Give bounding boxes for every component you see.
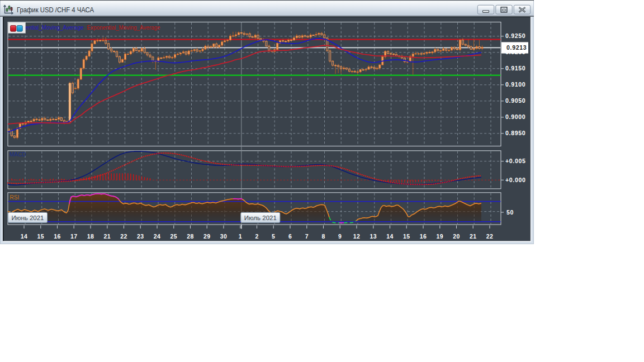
svg-text:1: 1 [239, 233, 242, 240]
svg-text:Июль 2021: Июль 2021 [244, 215, 277, 221]
svg-text:Июнь 2021: Июнь 2021 [11, 215, 44, 221]
svg-text:19: 19 [437, 233, 443, 240]
svg-text:0.9100: 0.9100 [505, 81, 525, 88]
svg-text:9: 9 [338, 233, 342, 240]
svg-text:22: 22 [486, 233, 493, 240]
svg-text:21: 21 [470, 233, 476, 240]
svg-text:14: 14 [386, 233, 393, 240]
svg-text:0.9150: 0.9150 [505, 65, 525, 72]
svg-text:16: 16 [420, 233, 427, 240]
svg-text:13: 13 [370, 233, 377, 240]
svg-text:29: 29 [203, 233, 210, 240]
svg-text:+0.000: +0.000 [505, 177, 526, 183]
svg-text:28: 28 [187, 233, 193, 240]
svg-text:17: 17 [70, 233, 77, 240]
svg-text:7: 7 [305, 233, 309, 240]
svg-text:8: 8 [321, 233, 325, 240]
svg-text:16: 16 [54, 233, 60, 240]
svg-text:График USD /CHF 4 ЧАСА: График USD /CHF 4 ЧАСА [17, 6, 94, 14]
svg-text:RSI: RSI [10, 194, 20, 201]
svg-text:15: 15 [403, 233, 410, 240]
svg-text:+0.005: +0.005 [505, 158, 526, 164]
svg-text:20: 20 [453, 233, 460, 240]
svg-text:0.9250: 0.9250 [505, 32, 525, 39]
svg-text:12: 12 [353, 233, 360, 240]
svg-text:15: 15 [37, 233, 44, 240]
svg-text:Exponential_Moving_Average: Exponential_Moving_Average [87, 25, 160, 31]
svg-text:14: 14 [21, 233, 27, 240]
svg-text:ential_Moving_Average: ential_Moving_Average [26, 25, 84, 31]
svg-text:0.9213: 0.9213 [506, 44, 527, 51]
svg-text:5: 5 [272, 233, 275, 240]
svg-text:6: 6 [288, 233, 292, 240]
svg-text:0.9000: 0.9000 [505, 113, 525, 120]
svg-text:25: 25 [171, 233, 177, 240]
svg-text:2: 2 [255, 233, 258, 240]
svg-text:30: 30 [220, 233, 227, 240]
svg-text:21: 21 [104, 233, 111, 240]
svg-text:24: 24 [154, 233, 160, 240]
svg-text:50: 50 [506, 209, 514, 216]
svg-text:23: 23 [137, 233, 144, 240]
svg-text:MACD: MACD [10, 151, 26, 158]
svg-text:0.8950: 0.8950 [505, 130, 525, 136]
svg-text:22: 22 [120, 233, 127, 240]
svg-text:18: 18 [87, 233, 94, 240]
svg-text:0.9050: 0.9050 [505, 97, 525, 104]
